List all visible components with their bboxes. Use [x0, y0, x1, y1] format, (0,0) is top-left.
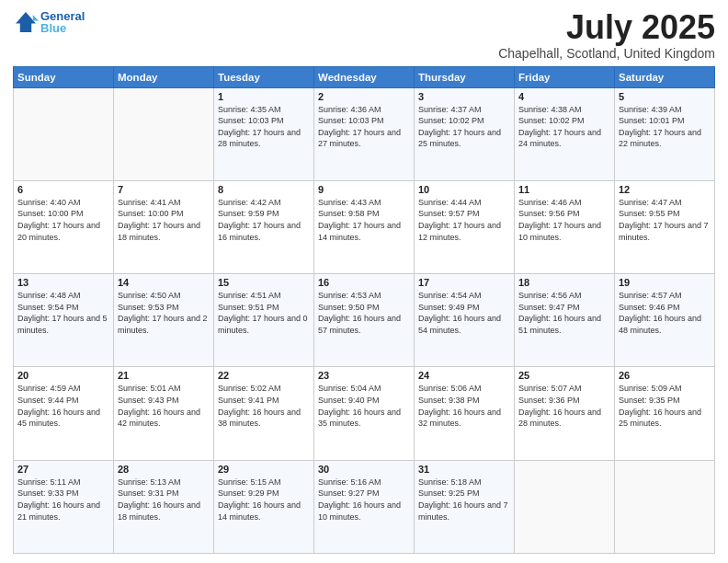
- day-info: Sunrise: 4:57 AMSunset: 9:46 PMDaylight:…: [619, 290, 711, 336]
- table-cell: 22Sunrise: 5:02 AMSunset: 9:41 PMDayligh…: [214, 367, 314, 460]
- table-cell: 1Sunrise: 4:35 AMSunset: 10:03 PMDayligh…: [214, 87, 314, 180]
- day-info: Sunrise: 4:39 AMSunset: 10:01 PMDaylight…: [619, 104, 711, 150]
- table-cell: [14, 87, 114, 180]
- day-info: Sunrise: 4:59 AMSunset: 9:44 PMDaylight:…: [17, 383, 109, 429]
- table-cell: 19Sunrise: 4:57 AMSunset: 9:46 PMDayligh…: [615, 274, 715, 367]
- table-cell: 21Sunrise: 5:01 AMSunset: 9:43 PMDayligh…: [114, 367, 214, 460]
- table-cell: 3Sunrise: 4:37 AMSunset: 10:02 PMDayligh…: [415, 87, 515, 180]
- location-subtitle: Chapelhall, Scotland, United Kingdom: [498, 46, 715, 61]
- day-info: Sunrise: 4:46 AMSunset: 9:56 PMDaylight:…: [518, 197, 610, 243]
- table-cell: 24Sunrise: 5:06 AMSunset: 9:38 PMDayligh…: [415, 367, 515, 460]
- table-cell: 27Sunrise: 5:11 AMSunset: 9:33 PMDayligh…: [14, 460, 114, 553]
- day-number: 10: [418, 184, 510, 195]
- day-number: 8: [218, 184, 310, 195]
- day-number: 17: [418, 277, 510, 288]
- day-number: 11: [518, 184, 610, 195]
- logo: General Blue: [13, 9, 85, 35]
- day-number: 7: [118, 184, 210, 195]
- table-cell: 6Sunrise: 4:40 AMSunset: 10:00 PMDayligh…: [14, 180, 114, 273]
- header: General Blue July 2025 Chapelhall, Scotl…: [13, 9, 715, 61]
- day-number: 20: [17, 370, 109, 381]
- table-cell: 2Sunrise: 4:36 AMSunset: 10:03 PMDayligh…: [314, 87, 415, 180]
- col-thursday: Thursday: [415, 66, 515, 87]
- day-number: 5: [619, 91, 711, 102]
- table-cell: 26Sunrise: 5:09 AMSunset: 9:35 PMDayligh…: [615, 367, 715, 460]
- day-number: 23: [318, 370, 410, 381]
- table-cell: 16Sunrise: 4:53 AMSunset: 9:50 PMDayligh…: [314, 274, 415, 367]
- title-block: July 2025 Chapelhall, Scotland, United K…: [498, 9, 715, 61]
- day-info: Sunrise: 5:13 AMSunset: 9:31 PMDaylight:…: [118, 477, 210, 523]
- table-cell: 31Sunrise: 5:18 AMSunset: 9:25 PMDayligh…: [415, 460, 515, 553]
- day-number: 27: [17, 464, 109, 475]
- week-row-2: 6Sunrise: 4:40 AMSunset: 10:00 PMDayligh…: [14, 180, 715, 273]
- week-row-4: 20Sunrise: 4:59 AMSunset: 9:44 PMDayligh…: [14, 367, 715, 460]
- table-cell: 30Sunrise: 5:16 AMSunset: 9:27 PMDayligh…: [314, 460, 415, 553]
- day-info: Sunrise: 4:38 AMSunset: 10:02 PMDaylight…: [518, 104, 610, 150]
- day-info: Sunrise: 4:42 AMSunset: 9:59 PMDaylight:…: [218, 197, 310, 243]
- day-info: Sunrise: 5:06 AMSunset: 9:38 PMDaylight:…: [418, 383, 510, 429]
- day-info: Sunrise: 4:47 AMSunset: 9:55 PMDaylight:…: [619, 197, 711, 243]
- day-number: 9: [318, 184, 410, 195]
- day-number: 25: [518, 370, 610, 381]
- month-title: July 2025: [498, 9, 715, 46]
- day-info: Sunrise: 5:16 AMSunset: 9:27 PMDaylight:…: [318, 477, 410, 523]
- table-cell: 17Sunrise: 4:54 AMSunset: 9:49 PMDayligh…: [415, 274, 515, 367]
- day-number: 21: [118, 370, 210, 381]
- table-cell: 14Sunrise: 4:50 AMSunset: 9:53 PMDayligh…: [114, 274, 214, 367]
- day-info: Sunrise: 5:01 AMSunset: 9:43 PMDaylight:…: [118, 383, 210, 429]
- week-row-1: 1Sunrise: 4:35 AMSunset: 10:03 PMDayligh…: [14, 87, 715, 180]
- table-cell: 18Sunrise: 4:56 AMSunset: 9:47 PMDayligh…: [515, 274, 615, 367]
- day-number: 13: [17, 277, 109, 288]
- day-info: Sunrise: 5:09 AMSunset: 9:35 PMDaylight:…: [619, 383, 711, 429]
- week-row-3: 13Sunrise: 4:48 AMSunset: 9:54 PMDayligh…: [14, 274, 715, 367]
- day-info: Sunrise: 5:02 AMSunset: 9:41 PMDaylight:…: [218, 383, 310, 429]
- table-cell: 7Sunrise: 4:41 AMSunset: 10:00 PMDayligh…: [114, 180, 214, 273]
- table-cell: [615, 460, 715, 553]
- day-number: 29: [218, 464, 310, 475]
- day-info: Sunrise: 5:15 AMSunset: 9:29 PMDaylight:…: [218, 477, 310, 523]
- table-cell: 12Sunrise: 4:47 AMSunset: 9:55 PMDayligh…: [615, 180, 715, 273]
- day-info: Sunrise: 4:51 AMSunset: 9:51 PMDaylight:…: [218, 290, 310, 336]
- week-row-5: 27Sunrise: 5:11 AMSunset: 9:33 PMDayligh…: [14, 460, 715, 553]
- table-cell: 9Sunrise: 4:43 AMSunset: 9:58 PMDaylight…: [314, 180, 415, 273]
- table-cell: 20Sunrise: 4:59 AMSunset: 9:44 PMDayligh…: [14, 367, 114, 460]
- day-number: 3: [418, 91, 510, 102]
- day-number: 18: [518, 277, 610, 288]
- col-sunday: Sunday: [14, 66, 114, 87]
- table-cell: 5Sunrise: 4:39 AMSunset: 10:01 PMDayligh…: [615, 87, 715, 180]
- day-info: Sunrise: 4:43 AMSunset: 9:58 PMDaylight:…: [318, 197, 410, 243]
- col-wednesday: Wednesday: [314, 66, 415, 87]
- table-cell: 13Sunrise: 4:48 AMSunset: 9:54 PMDayligh…: [14, 274, 114, 367]
- calendar-header-row: Sunday Monday Tuesday Wednesday Thursday…: [14, 66, 715, 87]
- day-number: 24: [418, 370, 510, 381]
- col-friday: Friday: [515, 66, 615, 87]
- day-number: 15: [218, 277, 310, 288]
- table-cell: 29Sunrise: 5:15 AMSunset: 9:29 PMDayligh…: [214, 460, 314, 553]
- table-cell: [515, 460, 615, 553]
- day-info: Sunrise: 4:54 AMSunset: 9:49 PMDaylight:…: [418, 290, 510, 336]
- day-info: Sunrise: 5:07 AMSunset: 9:36 PMDaylight:…: [518, 383, 610, 429]
- day-info: Sunrise: 4:40 AMSunset: 10:00 PMDaylight…: [17, 197, 109, 243]
- day-number: 19: [619, 277, 711, 288]
- day-info: Sunrise: 4:44 AMSunset: 9:57 PMDaylight:…: [418, 197, 510, 243]
- table-cell: 25Sunrise: 5:07 AMSunset: 9:36 PMDayligh…: [515, 367, 615, 460]
- day-info: Sunrise: 4:37 AMSunset: 10:02 PMDaylight…: [418, 104, 510, 150]
- day-number: 16: [318, 277, 410, 288]
- table-cell: 28Sunrise: 5:13 AMSunset: 9:31 PMDayligh…: [114, 460, 214, 553]
- logo-icon: [13, 9, 39, 35]
- table-cell: 15Sunrise: 4:51 AMSunset: 9:51 PMDayligh…: [214, 274, 314, 367]
- day-number: 14: [118, 277, 210, 288]
- day-number: 6: [17, 184, 109, 195]
- day-number: 1: [218, 91, 310, 102]
- day-number: 12: [619, 184, 711, 195]
- day-info: Sunrise: 4:36 AMSunset: 10:03 PMDaylight…: [318, 104, 410, 150]
- day-info: Sunrise: 4:35 AMSunset: 10:03 PMDaylight…: [218, 104, 310, 150]
- table-cell: 11Sunrise: 4:46 AMSunset: 9:56 PMDayligh…: [515, 180, 615, 273]
- day-info: Sunrise: 4:56 AMSunset: 9:47 PMDaylight:…: [518, 290, 610, 336]
- day-number: 30: [318, 464, 410, 475]
- table-cell: 10Sunrise: 4:44 AMSunset: 9:57 PMDayligh…: [415, 180, 515, 273]
- day-info: Sunrise: 5:04 AMSunset: 9:40 PMDaylight:…: [318, 383, 410, 429]
- day-number: 28: [118, 464, 210, 475]
- day-info: Sunrise: 4:53 AMSunset: 9:50 PMDaylight:…: [318, 290, 410, 336]
- day-number: 26: [619, 370, 711, 381]
